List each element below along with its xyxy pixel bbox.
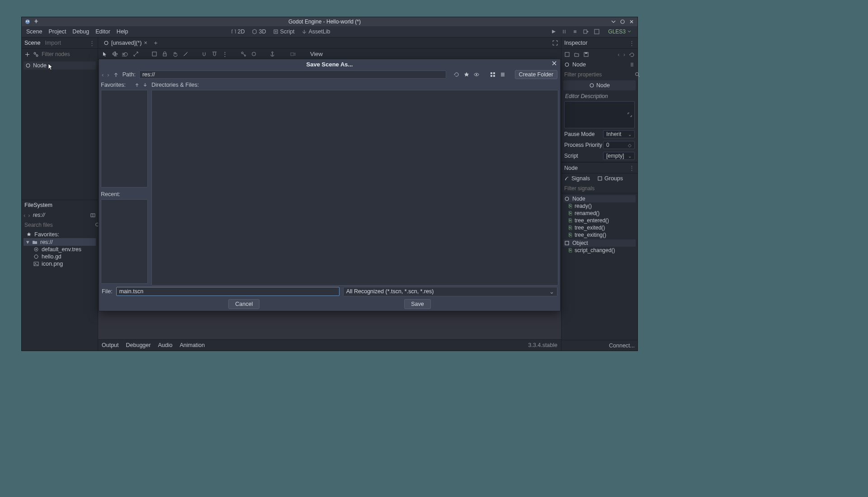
new-resource-icon[interactable] (564, 52, 570, 57)
favorite-icon[interactable] (463, 71, 470, 78)
menu-help[interactable]: Help (117, 28, 128, 35)
signal-class-node[interactable]: Node (563, 195, 636, 202)
workspace-2d[interactable]: 2D (229, 28, 247, 36)
select-tool-icon[interactable] (102, 51, 108, 57)
bottom-debugger[interactable]: Debugger (126, 342, 151, 348)
snap-options-icon[interactable] (212, 51, 217, 57)
close-icon[interactable] (628, 19, 635, 25)
signal-tree-exiting[interactable]: ⎘tree_exiting() (563, 231, 636, 239)
show-hidden-icon[interactable] (473, 71, 480, 78)
fs-back-icon[interactable]: ‹ (24, 212, 25, 219)
signal-ready[interactable]: ⎘ready() (563, 202, 636, 210)
history-icon[interactable] (629, 52, 635, 57)
fav-up-icon[interactable] (134, 82, 140, 88)
tab-scene[interactable]: Scene (24, 40, 40, 46)
tab-groups[interactable]: Groups (597, 175, 623, 182)
play-custom-icon[interactable] (594, 28, 600, 35)
load-resource-icon[interactable] (574, 52, 580, 57)
nav-up-icon[interactable] (113, 72, 119, 78)
play-icon[interactable] (550, 28, 557, 35)
save-resource-icon[interactable] (583, 52, 589, 57)
rotate-tool-icon[interactable] (123, 51, 128, 57)
workspace-3d[interactable]: 3D (250, 28, 268, 36)
renderer-dropdown[interactable]: GLES3 (608, 28, 631, 35)
camera-override-icon[interactable] (290, 51, 296, 57)
signal-class-object[interactable]: Object (563, 239, 636, 247)
prop-process-priority-field[interactable]: 0◇ (603, 141, 635, 149)
list-view-icon[interactable] (500, 71, 506, 78)
connect-button[interactable]: Connect... (561, 340, 637, 351)
add-tab-icon[interactable]: ＋ (153, 39, 159, 47)
scale-tool-icon[interactable] (133, 51, 139, 57)
list-select-icon[interactable] (151, 51, 157, 57)
bottom-animation[interactable]: Animation (179, 342, 205, 348)
view-menu[interactable]: View (310, 51, 323, 57)
fs-file-env[interactable]: default_env.tres (24, 246, 96, 253)
workspace-assetlib[interactable]: AssetLib (300, 28, 332, 36)
favorites-list[interactable] (101, 90, 148, 188)
distraction-free-icon[interactable] (552, 40, 558, 46)
maximize-icon[interactable] (619, 19, 626, 25)
save-button[interactable]: Save (404, 299, 431, 309)
fs-file-script[interactable]: hello.gd (24, 253, 96, 260)
menu-editor[interactable]: Editor (95, 28, 110, 35)
bottom-audio[interactable]: Audio (158, 342, 172, 348)
add-node-icon[interactable] (24, 52, 30, 57)
search-icon[interactable] (635, 72, 641, 78)
menu-project[interactable]: Project (48, 28, 66, 35)
create-folder-button[interactable]: Create Folder (515, 70, 557, 79)
minimize-icon[interactable] (610, 19, 617, 25)
cancel-button[interactable]: Cancel (228, 299, 259, 309)
fs-file-icon[interactable]: icon.png (24, 260, 96, 267)
node-options-icon[interactable] (629, 62, 635, 67)
anchor-icon[interactable] (269, 51, 275, 57)
signal-renamed[interactable]: ⎘renamed() (563, 210, 636, 217)
recent-list[interactable] (101, 199, 148, 284)
tab-node[interactable]: Node (564, 165, 578, 171)
snap-icon[interactable] (201, 51, 207, 57)
dock-menu-icon[interactable]: ⋮ (89, 40, 95, 47)
fs-root[interactable]: ▾res:// (24, 238, 96, 246)
signal-tree-entered[interactable]: ⎘tree_entered() (563, 217, 636, 224)
skeleton-icon[interactable] (241, 51, 246, 57)
editor-description-field[interactable] (564, 101, 635, 128)
filter-properties-input[interactable] (564, 71, 632, 78)
file-filter-dropdown[interactable]: All Recognized (*.tscn, *.scn, *.res) ⌄ (343, 287, 557, 296)
pause-icon[interactable] (561, 28, 567, 35)
filter-signals-input[interactable] (564, 185, 635, 192)
workspace-script[interactable]: Script (271, 28, 296, 36)
grid-view-icon[interactable] (490, 71, 496, 78)
pin-icon[interactable] (33, 19, 39, 25)
inspector-section-node[interactable]: Node (563, 80, 636, 90)
ruler-tool-icon[interactable] (183, 51, 189, 57)
play-scene-icon[interactable] (583, 28, 589, 35)
dialog-close-icon[interactable] (551, 60, 557, 66)
prop-script-field[interactable]: [empty]⌄ (603, 152, 635, 160)
directory-panel[interactable] (151, 90, 558, 286)
fs-fwd-icon[interactable]: › (28, 212, 30, 219)
pan-tool-icon[interactable] (172, 51, 178, 57)
dock-menu-icon[interactable]: ⋮ (629, 164, 635, 171)
scene-tab-unsaved[interactable]: [unsaved](*) × (101, 39, 150, 47)
tab-inspector[interactable]: Inspector (564, 40, 587, 46)
skeleton-options-icon[interactable] (251, 51, 257, 57)
nav-back-icon[interactable]: ‹ (102, 71, 104, 78)
prop-pause-mode-field[interactable]: Inherit⌄ (603, 130, 635, 138)
fs-favorites[interactable]: Favorites: (24, 231, 96, 238)
dock-menu-icon[interactable]: ⋮ (629, 40, 635, 47)
refresh-icon[interactable] (453, 71, 460, 78)
bottom-output[interactable]: Output (102, 342, 119, 348)
scene-root-node[interactable]: Node (24, 61, 96, 70)
expand-icon[interactable] (627, 112, 632, 117)
snap-menu-icon[interactable]: ⋮ (222, 51, 228, 57)
signal-tree-exited[interactable]: ⎘tree_exited() (563, 224, 636, 231)
tab-signals[interactable]: Signals (564, 175, 590, 182)
fav-down-icon[interactable] (142, 82, 148, 88)
history-fwd-icon[interactable]: › (623, 51, 625, 58)
fs-search-input[interactable] (24, 222, 92, 228)
nav-fwd-icon[interactable]: › (107, 71, 109, 78)
file-name-input[interactable] (116, 287, 340, 296)
stop-icon[interactable] (572, 28, 578, 35)
signal-script-changed[interactable]: ⎘script_changed() (563, 247, 636, 254)
move-tool-icon[interactable] (112, 51, 118, 57)
